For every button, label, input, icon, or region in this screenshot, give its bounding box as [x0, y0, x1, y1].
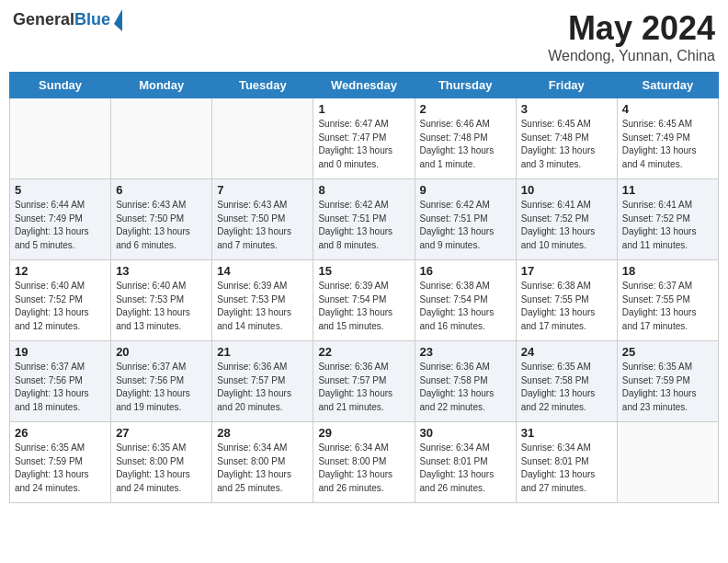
- calendar-cell: 29Sunrise: 6:34 AM Sunset: 8:00 PM Dayli…: [313, 422, 415, 503]
- day-number: 21: [217, 345, 308, 359]
- calendar-cell: 22Sunrise: 6:36 AM Sunset: 7:57 PM Dayli…: [313, 341, 415, 422]
- day-info: Sunrise: 6:34 AM Sunset: 8:00 PM Dayligh…: [217, 442, 308, 495]
- page-header: GeneralBlue May 2024 Wendong, Yunnan, Ch…: [9, 9, 719, 64]
- col-thursday: Thursday: [415, 73, 516, 98]
- day-number: 9: [420, 183, 511, 197]
- title-block: May 2024 Wendong, Yunnan, China: [548, 9, 715, 64]
- calendar-cell: 10Sunrise: 6:41 AM Sunset: 7:52 PM Dayli…: [516, 179, 617, 260]
- col-monday: Monday: [111, 73, 212, 98]
- day-number: 26: [15, 426, 106, 440]
- calendar-cell: [617, 422, 718, 503]
- day-info: Sunrise: 6:40 AM Sunset: 7:52 PM Dayligh…: [15, 280, 106, 333]
- day-number: 10: [521, 183, 612, 197]
- calendar-cell: [212, 98, 313, 179]
- calendar-cell: 25Sunrise: 6:35 AM Sunset: 7:59 PM Dayli…: [617, 341, 718, 422]
- calendar-cell: 2Sunrise: 6:46 AM Sunset: 7:48 PM Daylig…: [415, 98, 516, 179]
- calendar-week-row: 19Sunrise: 6:37 AM Sunset: 7:56 PM Dayli…: [10, 341, 719, 422]
- calendar-cell: 14Sunrise: 6:39 AM Sunset: 7:53 PM Dayli…: [212, 260, 313, 341]
- calendar-cell: 17Sunrise: 6:38 AM Sunset: 7:55 PM Dayli…: [516, 260, 617, 341]
- day-number: 16: [420, 264, 511, 278]
- day-number: 17: [521, 264, 612, 278]
- day-info: Sunrise: 6:35 AM Sunset: 8:00 PM Dayligh…: [116, 442, 207, 495]
- calendar-cell: 13Sunrise: 6:40 AM Sunset: 7:53 PM Dayli…: [111, 260, 212, 341]
- day-info: Sunrise: 6:44 AM Sunset: 7:49 PM Dayligh…: [15, 199, 106, 252]
- day-number: 25: [622, 345, 713, 359]
- col-friday: Friday: [516, 73, 617, 98]
- day-number: 24: [521, 345, 612, 359]
- calendar-cell: 15Sunrise: 6:39 AM Sunset: 7:54 PM Dayli…: [313, 260, 415, 341]
- calendar-title: May 2024: [548, 9, 715, 48]
- calendar-cell: [111, 98, 212, 179]
- logo: GeneralBlue: [13, 9, 122, 31]
- calendar-cell: 26Sunrise: 6:35 AM Sunset: 7:59 PM Dayli…: [10, 422, 111, 503]
- calendar-cell: 24Sunrise: 6:35 AM Sunset: 7:58 PM Dayli…: [516, 341, 617, 422]
- day-info: Sunrise: 6:47 AM Sunset: 7:47 PM Dayligh…: [318, 118, 409, 171]
- day-info: Sunrise: 6:37 AM Sunset: 7:56 PM Dayligh…: [15, 361, 106, 414]
- day-info: Sunrise: 6:45 AM Sunset: 7:49 PM Dayligh…: [622, 118, 713, 171]
- day-info: Sunrise: 6:43 AM Sunset: 7:50 PM Dayligh…: [116, 199, 207, 252]
- day-info: Sunrise: 6:42 AM Sunset: 7:51 PM Dayligh…: [420, 199, 511, 252]
- day-number: 12: [15, 264, 106, 278]
- calendar-header-row: Sunday Monday Tuesday Wednesday Thursday…: [10, 73, 719, 98]
- calendar-cell: 16Sunrise: 6:38 AM Sunset: 7:54 PM Dayli…: [415, 260, 516, 341]
- day-number: 31: [521, 426, 612, 440]
- calendar-cell: 3Sunrise: 6:45 AM Sunset: 7:48 PM Daylig…: [516, 98, 617, 179]
- calendar-cell: 4Sunrise: 6:45 AM Sunset: 7:49 PM Daylig…: [617, 98, 718, 179]
- day-info: Sunrise: 6:43 AM Sunset: 7:50 PM Dayligh…: [217, 199, 308, 252]
- calendar-cell: 21Sunrise: 6:36 AM Sunset: 7:57 PM Dayli…: [212, 341, 313, 422]
- calendar-week-row: 5Sunrise: 6:44 AM Sunset: 7:49 PM Daylig…: [10, 179, 719, 260]
- day-info: Sunrise: 6:41 AM Sunset: 7:52 PM Dayligh…: [622, 199, 713, 252]
- logo-triangle: [114, 9, 122, 24]
- calendar-cell: 9Sunrise: 6:42 AM Sunset: 7:51 PM Daylig…: [415, 179, 516, 260]
- day-info: Sunrise: 6:36 AM Sunset: 7:58 PM Dayligh…: [420, 361, 511, 414]
- day-number: 11: [622, 183, 713, 197]
- day-number: 3: [521, 102, 612, 116]
- calendar-cell: 19Sunrise: 6:37 AM Sunset: 7:56 PM Dayli…: [10, 341, 111, 422]
- calendar-cell: 30Sunrise: 6:34 AM Sunset: 8:01 PM Dayli…: [415, 422, 516, 503]
- day-info: Sunrise: 6:34 AM Sunset: 8:00 PM Dayligh…: [318, 442, 409, 495]
- day-info: Sunrise: 6:38 AM Sunset: 7:55 PM Dayligh…: [521, 280, 612, 333]
- calendar-week-row: 1Sunrise: 6:47 AM Sunset: 7:47 PM Daylig…: [10, 98, 719, 179]
- col-tuesday: Tuesday: [212, 73, 313, 98]
- day-number: 18: [622, 264, 713, 278]
- calendar-cell: [10, 98, 111, 179]
- day-number: 13: [116, 264, 207, 278]
- day-number: 4: [622, 102, 713, 116]
- calendar-cell: 20Sunrise: 6:37 AM Sunset: 7:56 PM Dayli…: [111, 341, 212, 422]
- day-info: Sunrise: 6:38 AM Sunset: 7:54 PM Dayligh…: [420, 280, 511, 333]
- day-number: 23: [420, 345, 511, 359]
- calendar-cell: 11Sunrise: 6:41 AM Sunset: 7:52 PM Dayli…: [617, 179, 718, 260]
- calendar-cell: 27Sunrise: 6:35 AM Sunset: 8:00 PM Dayli…: [111, 422, 212, 503]
- day-info: Sunrise: 6:37 AM Sunset: 7:55 PM Dayligh…: [622, 280, 713, 333]
- day-info: Sunrise: 6:45 AM Sunset: 7:48 PM Dayligh…: [521, 118, 612, 171]
- calendar-cell: 1Sunrise: 6:47 AM Sunset: 7:47 PM Daylig…: [313, 98, 415, 179]
- day-info: Sunrise: 6:37 AM Sunset: 7:56 PM Dayligh…: [116, 361, 207, 414]
- day-info: Sunrise: 6:35 AM Sunset: 7:59 PM Dayligh…: [622, 361, 713, 414]
- day-number: 27: [116, 426, 207, 440]
- day-info: Sunrise: 6:36 AM Sunset: 7:57 PM Dayligh…: [217, 361, 308, 414]
- calendar-week-row: 26Sunrise: 6:35 AM Sunset: 7:59 PM Dayli…: [10, 422, 719, 503]
- day-info: Sunrise: 6:39 AM Sunset: 7:54 PM Dayligh…: [318, 280, 409, 333]
- calendar-location: Wendong, Yunnan, China: [548, 48, 715, 64]
- col-sunday: Sunday: [10, 73, 111, 98]
- calendar-cell: 8Sunrise: 6:42 AM Sunset: 7:51 PM Daylig…: [313, 179, 415, 260]
- calendar-cell: 31Sunrise: 6:34 AM Sunset: 8:01 PM Dayli…: [516, 422, 617, 503]
- day-number: 22: [318, 345, 409, 359]
- calendar-week-row: 12Sunrise: 6:40 AM Sunset: 7:52 PM Dayli…: [10, 260, 719, 341]
- calendar-cell: 28Sunrise: 6:34 AM Sunset: 8:00 PM Dayli…: [212, 422, 313, 503]
- day-number: 6: [116, 183, 207, 197]
- day-info: Sunrise: 6:36 AM Sunset: 7:57 PM Dayligh…: [318, 361, 409, 414]
- day-info: Sunrise: 6:34 AM Sunset: 8:01 PM Dayligh…: [420, 442, 511, 495]
- calendar-cell: 23Sunrise: 6:36 AM Sunset: 7:58 PM Dayli…: [415, 341, 516, 422]
- day-number: 30: [420, 426, 511, 440]
- day-number: 1: [318, 102, 409, 116]
- day-info: Sunrise: 6:35 AM Sunset: 7:59 PM Dayligh…: [15, 442, 106, 495]
- calendar-cell: 12Sunrise: 6:40 AM Sunset: 7:52 PM Dayli…: [10, 260, 111, 341]
- day-info: Sunrise: 6:46 AM Sunset: 7:48 PM Dayligh…: [420, 118, 511, 171]
- day-info: Sunrise: 6:39 AM Sunset: 7:53 PM Dayligh…: [217, 280, 308, 333]
- day-number: 7: [217, 183, 308, 197]
- day-number: 19: [15, 345, 106, 359]
- day-number: 29: [318, 426, 409, 440]
- logo-triangle-bottom: [114, 24, 122, 31]
- day-number: 20: [116, 345, 207, 359]
